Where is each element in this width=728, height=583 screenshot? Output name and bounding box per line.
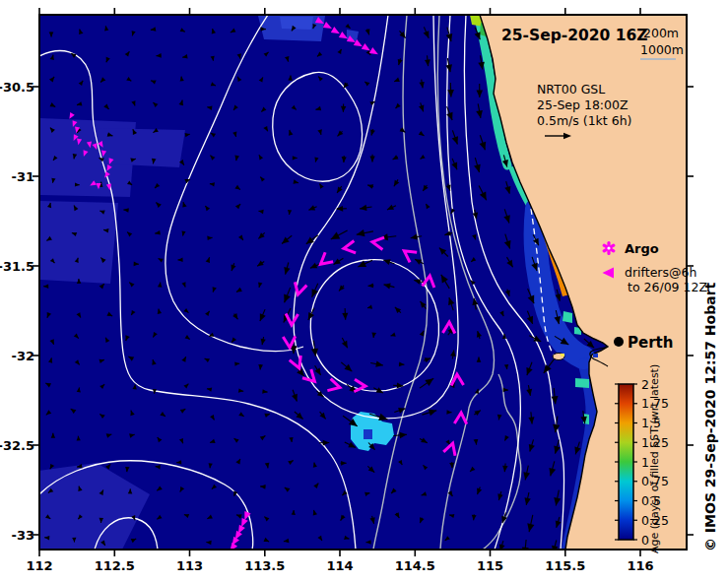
y-tick-label: -31.5 <box>0 259 34 274</box>
x-tick-label: 112.5 <box>95 558 135 573</box>
river-mouth-speck <box>593 354 598 357</box>
y-tick-label: -30.5 <box>0 80 34 95</box>
cyan-patch-notch <box>364 429 372 439</box>
map-title: 25-Sep-2020 16Z <box>501 27 648 44</box>
isobath-200m-label: 200m <box>643 26 679 40</box>
x-tick-label: 114.5 <box>395 558 435 573</box>
x-tick-label: 115.5 <box>545 558 585 573</box>
colorbar-axis-label: Age (days) of filled SST (wrt latest) <box>648 364 661 553</box>
colorbar-gradient <box>619 384 633 540</box>
perth-city-marker <box>614 337 624 347</box>
x-tick-label: 114 <box>326 558 353 573</box>
imos-watermark: © IMOS 29-Sep-2020 12:57 Hobart <box>702 282 718 551</box>
y-tick-label: -32 <box>12 349 35 363</box>
perth-city-label: Perth <box>628 334 673 352</box>
x-tick-label: 116 <box>627 558 653 573</box>
x-tick-label: 113 <box>176 558 203 573</box>
gsl-legend-line3: 0.5m/s (1kt 6h) <box>537 113 631 128</box>
isobath-1000m-label: 1000m <box>640 42 684 57</box>
argo-label: Argo <box>625 241 659 256</box>
figure-canvas: 112112.5113113.5114114.5115115.5116-30.5… <box>0 0 728 583</box>
island-sst-speck <box>561 354 564 356</box>
gsl-legend-line1: NRT00 GSL <box>537 82 605 97</box>
y-tick-label: -33 <box>12 528 35 543</box>
x-tick-label: 112 <box>26 558 52 573</box>
gsl-legend-line2: 25-Sep 18:00Z <box>537 97 629 112</box>
drifters-label-line2: to 26/09 12Z <box>628 280 707 294</box>
y-tick-label: -31 <box>12 169 35 184</box>
x-tick-label: 113.5 <box>244 558 285 573</box>
sst-age-map-figure: 112112.5113113.5114114.5115115.5116-30.5… <box>0 0 728 583</box>
x-tick-label: 115 <box>477 558 503 573</box>
drifters-label-line1: drifters@6h <box>625 265 696 280</box>
y-tick-label: -32.5 <box>0 438 34 453</box>
